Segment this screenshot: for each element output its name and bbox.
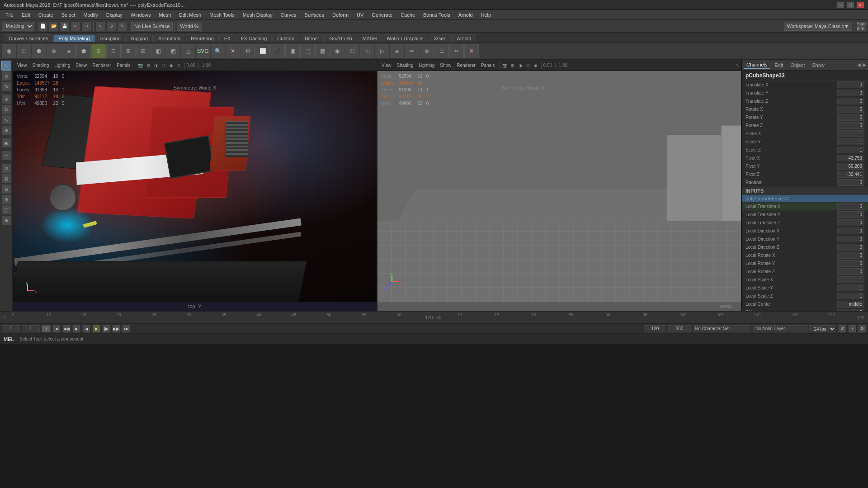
transport-step-fwd[interactable]: ▶▶ xyxy=(112,325,120,333)
vp-right-show[interactable]: Show xyxy=(438,62,453,68)
frame-start-field[interactable] xyxy=(2,325,20,332)
ch-nav-prev[interactable]: ◀ xyxy=(857,62,861,68)
shelf-icon-22[interactable]: ▦ xyxy=(315,44,330,58)
menu-deform[interactable]: Deform xyxy=(329,11,352,19)
custom-tool-4[interactable]: ⊞ xyxy=(1,194,11,204)
shelf-tab-xgen[interactable]: XGen xyxy=(429,34,451,42)
ch-local-dir-x[interactable]: Local Direction X 0 xyxy=(742,227,868,235)
ch-local-translate-y[interactable]: Local Translate Y 0 xyxy=(742,211,868,219)
vp-right-panels[interactable]: Panels xyxy=(479,62,497,68)
paint-select-mode-button[interactable]: ✎ xyxy=(1,81,11,91)
world-percent-label[interactable]: World % xyxy=(177,22,202,31)
menu-cache[interactable]: Cache xyxy=(397,11,419,19)
custom-tool-3[interactable]: ⊟ xyxy=(1,184,11,194)
shelf-tab-curves-surfaces[interactable]: Curves / Surfaces xyxy=(4,34,53,42)
shelf-icon-29[interactable]: ⊕ xyxy=(420,44,434,58)
vp-r-icon-cam[interactable]: 📷 xyxy=(501,62,509,69)
shelf-icon-18[interactable]: ⬜ xyxy=(255,44,270,58)
ch-local-rotate-z[interactable]: Local Rotate Z 0 xyxy=(742,268,868,276)
menu-display[interactable]: Display xyxy=(103,11,126,19)
menu-help[interactable]: Help xyxy=(477,11,495,19)
shelf-icon-14[interactable]: SVG xyxy=(196,44,210,58)
transport-anim-prefs[interactable]: ⚙ xyxy=(858,325,866,333)
ch-local-scale-x[interactable]: Local Scale X 1 xyxy=(742,276,868,284)
rotate-tool-button[interactable]: ↻ xyxy=(1,104,11,114)
transport-go-start[interactable]: ⏮ xyxy=(52,325,61,333)
shelf-tab-fx[interactable]: FX xyxy=(219,34,236,42)
shelf-icon-4[interactable]: ⊕ xyxy=(47,44,61,58)
menu-edit[interactable]: Edit xyxy=(18,11,34,19)
shelf-icon-26[interactable]: ▷ xyxy=(375,44,389,58)
viewport-left[interactable]: View Shading Lighting Show Renderer Pane… xyxy=(13,60,377,311)
menu-select[interactable]: Select xyxy=(58,11,79,19)
menu-curves[interactable]: Curves xyxy=(277,11,300,19)
ch-tab-object[interactable]: Object xyxy=(788,62,807,69)
paint-select-button[interactable]: ✎ xyxy=(117,21,127,31)
lasso-tool-button[interactable]: ⊙ xyxy=(106,21,116,31)
shelf-icon-12[interactable]: ◩ xyxy=(166,44,180,58)
timeline-ruler-right[interactable]: 70 75 80 85 90 95 100 105 110 115 120 xyxy=(445,312,857,323)
ch-local-scale-z[interactable]: Local Scale Z 1 xyxy=(742,292,868,300)
vp-left-shading[interactable]: Shading xyxy=(30,62,52,68)
shelf-tab-animation[interactable]: Animation xyxy=(153,34,185,42)
new-scene-button[interactable]: 📄 xyxy=(38,21,48,31)
select-mode-button[interactable]: ↖ xyxy=(1,61,11,71)
viewport-right[interactable]: View Shading Lighting Show Renderer Pane… xyxy=(377,60,741,311)
custom-tool-5[interactable]: ◫ xyxy=(1,205,11,215)
no-anim-layer-label[interactable]: No Anim Layer xyxy=(753,325,807,332)
menu-uv[interactable]: UV xyxy=(353,11,367,19)
open-scene-button[interactable]: 📂 xyxy=(49,21,59,31)
shelf-icon-11[interactable]: ◧ xyxy=(151,44,165,58)
shelf-tab-arnold[interactable]: Arnold xyxy=(452,34,476,42)
custom-tool-6[interactable]: ⊕ xyxy=(1,215,11,225)
workspace-label[interactable]: Workspace: Maya Classic▼ xyxy=(784,22,852,31)
vp-left-lighting[interactable]: Lighting xyxy=(52,62,72,68)
ch-local-translate-z[interactable]: Local Translate Z 0 xyxy=(742,219,868,227)
timeline[interactable]: 1 5 10 15 20 25 30 35 40 45 50 55 60 120… xyxy=(0,311,868,324)
shelf-tab-custom[interactable]: Custom xyxy=(272,34,299,42)
shelf-icon-17[interactable]: ⚙ xyxy=(241,44,255,58)
save-scene-button[interactable]: 💾 xyxy=(60,21,70,31)
shelf-icon-31[interactable]: ✂ xyxy=(449,44,464,58)
shelf-icon-6[interactable]: ⬟ xyxy=(76,44,91,58)
ch-local-dir-z[interactable]: Local Direction Z 0 xyxy=(742,243,868,251)
ch-local-center[interactable]: Local Center middle xyxy=(742,300,868,308)
shelf-icon-7[interactable]: ⊞ xyxy=(91,44,106,58)
vp-icon-isolate[interactable]: ⊙ xyxy=(175,62,183,69)
menu-create[interactable]: Create xyxy=(35,11,57,19)
shelf-icon-1[interactable]: ◉ xyxy=(2,44,16,58)
redo-button[interactable]: ↪ xyxy=(81,21,91,31)
ch-rotate-z[interactable]: Rotate Z 0 xyxy=(742,122,868,130)
shelf-tab-rendering[interactable]: Rendering xyxy=(186,34,219,42)
vp-icon-smooth[interactable]: ◉ xyxy=(168,62,175,69)
shelf-tab-fx-caching[interactable]: FX Caching xyxy=(236,34,272,42)
shelf-tab-mash[interactable]: MASH xyxy=(358,34,382,42)
frame-display[interactable]: 1 xyxy=(42,325,51,332)
shelf-icon-28[interactable]: ✏ xyxy=(405,44,419,58)
vp-icon-shade[interactable]: ◑ xyxy=(152,62,160,69)
ch-rotate-x[interactable]: Rotate X 0 xyxy=(742,105,868,114)
universal-manip-button[interactable]: ⊞ xyxy=(1,125,11,135)
menu-mesh[interactable]: Mesh xyxy=(155,11,175,19)
menu-windows[interactable]: Windows xyxy=(127,11,155,19)
lasso-mode-button[interactable]: ⊙ xyxy=(1,71,11,81)
undo-button[interactable]: ↩ xyxy=(71,21,80,31)
ch-local-dir-y[interactable]: Local Direction Y 0 xyxy=(742,235,868,243)
vp-r-icon-grid[interactable]: ⊞ xyxy=(509,62,516,69)
ch-rotate-y[interactable]: Rotate Y 0 xyxy=(742,114,868,122)
no-live-surface-label[interactable]: No Live Surface xyxy=(131,22,173,31)
ch-pivot-y[interactable]: Pivot Y 69.209 xyxy=(742,162,868,171)
vp-icon-wire[interactable]: ⬡ xyxy=(160,62,167,69)
menu-generate[interactable]: Generate xyxy=(368,11,396,19)
ch-random[interactable]: Random 0 xyxy=(742,179,868,187)
shelf-icon-15[interactable]: 🔍 xyxy=(211,44,225,58)
shelf-tab-bifrost[interactable]: Bifrost xyxy=(300,34,324,42)
ch-pivot-x[interactable]: Pivot X 43.753 xyxy=(742,154,868,162)
vp-left-panels[interactable]: Panels xyxy=(114,62,133,68)
shelf-icon-20[interactable]: ▣ xyxy=(285,44,300,58)
minimize-button[interactable]: ─ xyxy=(836,1,844,9)
no-character-set-label[interactable]: No Character Set xyxy=(693,325,751,332)
ch-translate-x[interactable]: Translate X 0 xyxy=(742,81,868,89)
frame-playback-end-field[interactable] xyxy=(668,325,691,332)
scale-tool-button[interactable]: ⤡ xyxy=(1,115,11,125)
